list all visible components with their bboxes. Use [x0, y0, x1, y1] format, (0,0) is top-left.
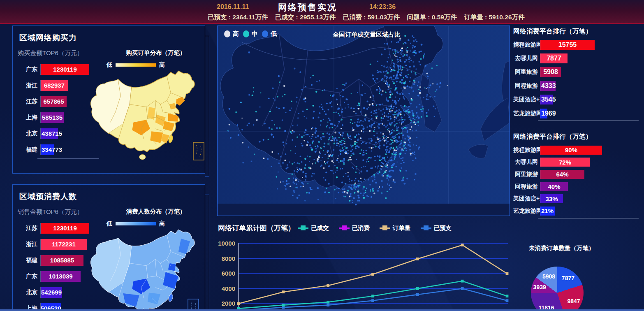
panel-subtitle: 购买金额TOP6（万元） [18, 49, 83, 57]
bar: 1172231 [41, 239, 87, 250]
panel-title: 网络消费平台排行（万笔） [513, 27, 592, 36]
legend-item[interactable]: 已预支 [421, 224, 452, 232]
bar-category-label: 江苏 [15, 98, 40, 105]
legend-item[interactable]: 低 [262, 30, 277, 38]
pie-slice-label: 5908 [542, 273, 555, 280]
bar-value-label: 3545 [541, 96, 556, 103]
bar-category-label: 去哪儿网 [513, 158, 540, 166]
legend-label: 低 [271, 30, 277, 38]
bar-category-label: 福建 [15, 257, 40, 264]
bar-track: 40% [540, 182, 644, 191]
legend-item[interactable]: 已成交 [298, 224, 329, 232]
panel-title: 网络消费平台排行（万笔） [513, 132, 592, 141]
bar-value-label: 585135 [42, 114, 63, 121]
south-sea-inset [193, 142, 204, 160]
pie-slice-label: 3939 [533, 284, 546, 290]
china-map-blue [83, 226, 214, 311]
panel-unconsumed-orders: 未消费订单数量（万笔） 787798471181639395908 [513, 230, 644, 311]
stat-value: 2955.13万件 [300, 14, 336, 21]
legend-swatch-icon [339, 225, 350, 231]
bar-category-label: 福建 [15, 146, 40, 153]
axis-baseline [538, 218, 639, 218]
bar-value-label: 1230119 [53, 225, 77, 232]
bar: 585135 [41, 112, 64, 123]
bar-track: 90% [540, 146, 644, 155]
bar-track: 15755 [540, 40, 644, 50]
map-chart-title: 全国订单成交量区域占比 [333, 31, 401, 39]
gradient-bar [116, 222, 156, 225]
stat-value: 2364.11万件 [232, 14, 268, 21]
panel-title: 区域预消费人数 [19, 191, 77, 202]
legend-dot-icon [243, 30, 249, 37]
bar-row: 阿里旅游 5908 [513, 65, 644, 79]
legend-label: 订单量 [393, 224, 411, 232]
legend-swatch-icon [298, 225, 308, 231]
bar: 1013039 [41, 271, 81, 282]
bar-track: 5908 [540, 67, 644, 77]
stat-value: 591.03万件 [368, 14, 400, 21]
bar: 33% [540, 194, 563, 203]
panel-platform-rank-percent: 网络消费平台排行（万笔） 携程旅游网 90% 去哪儿网 72% [513, 131, 644, 228]
bar-value-label: 15755 [558, 41, 577, 49]
bar-category-label: 同程旅游 [513, 82, 540, 90]
bar: 1230119 [41, 223, 89, 234]
legend-item[interactable]: 已消费 [339, 224, 370, 232]
legend-label: 已消费 [352, 224, 370, 232]
bar-value-label: 33% [545, 195, 558, 202]
bar-value-label: 1013039 [49, 273, 72, 280]
bar-value-label: 4333 [541, 82, 556, 90]
legend-item[interactable]: 订单量 [380, 224, 411, 232]
bar-value-label: 334773 [42, 146, 62, 153]
header-bar: 2016.11.11 网络预售实况 14:23:36 已预支 : 2364.11… [0, 0, 644, 24]
bar: 1230119 [41, 64, 89, 75]
header-stat: 已预支 : 2364.11万件 [208, 14, 268, 21]
panel-national-order-map: 高 中 低 全国订单成交量区域占比 [217, 26, 510, 216]
bar-track: 21% [540, 207, 644, 216]
legend-swatch-icon [421, 225, 431, 231]
pie-slice-label: 9847 [568, 298, 580, 304]
bar: 5908 [540, 67, 561, 77]
map-subtitle: 消费人数分布（万笔） [107, 208, 205, 216]
bar-value-label: 1085885 [50, 257, 74, 264]
line-chart-plot [217, 237, 509, 311]
bar-category-label: 上海 [15, 114, 40, 121]
bar: 542699 [41, 287, 62, 298]
page-title: 网络预售实况 [278, 2, 337, 13]
header-stat: 问题单 : 0.59万件 [407, 14, 456, 21]
legend-swatch-icon [380, 225, 390, 231]
bar: 4333 [540, 81, 556, 91]
bar-chart-platform-value: 携程旅游网 15755 去哪儿网 7877 阿里旅游 [513, 38, 644, 120]
bar-value-label: 90% [565, 146, 577, 153]
bar-value-label: 438715 [42, 130, 62, 137]
bar-track: 7877 [540, 53, 644, 63]
stat-label: 已预支 [208, 14, 227, 21]
bar-value-label: 657865 [43, 98, 64, 105]
stat-label: 已消费 [343, 14, 362, 21]
bar-row: 艺龙旅游网 1969 [513, 107, 644, 120]
bar-value-label: 682937 [44, 82, 65, 89]
scatter-legend: 高 中 低 [224, 30, 277, 38]
bar-category-label: 阿里旅游 [513, 68, 540, 76]
bar-row: 去哪儿网 72% [513, 156, 644, 169]
stat-value: 5910.26万件 [489, 14, 524, 21]
bar: 21% [540, 207, 555, 216]
stat-value: 0.59万件 [432, 14, 457, 21]
legend-label: 高 [233, 30, 239, 38]
legend-item[interactable]: 中 [243, 30, 258, 38]
bar-track: 72% [540, 158, 644, 167]
bar-value-label: 72% [559, 159, 571, 166]
panel-title: 区域网络购买力 [19, 32, 77, 43]
bar-track: 1969 [540, 109, 644, 118]
legend-dot-icon [224, 30, 230, 37]
scatter-map [218, 26, 510, 216]
panel-regional-consumers: 区域预消费人数 销售金额TOP6（万元） 江苏 1230119 浙江 11722… [12, 184, 205, 311]
bar-category-label: 浙江 [15, 82, 40, 89]
legend-item[interactable]: 高 [224, 30, 239, 38]
bar: 7877 [540, 53, 568, 63]
legend-label: 已成交 [311, 224, 329, 232]
header-time: 14:23:36 [369, 3, 396, 11]
bar-value-label: 1172231 [52, 241, 76, 248]
bar-value-label: 40% [548, 183, 560, 190]
bar: 1969 [540, 109, 547, 118]
bar-category-label: 美团酒店+旅游 [513, 195, 540, 202]
